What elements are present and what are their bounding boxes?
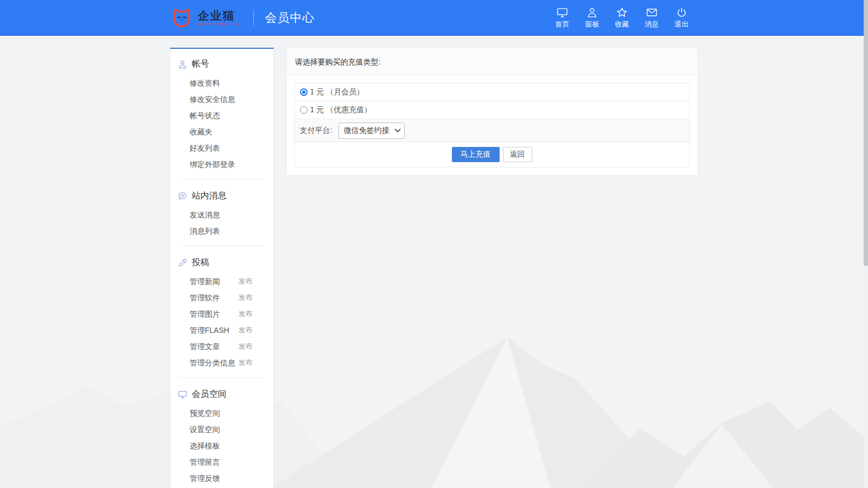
sidebar: 帐号 修改资料 修改安全信息 帐号状态 收藏夹 好友列表 绑定外部登录 站内消息…	[170, 48, 274, 488]
radio-unselected-icon[interactable]	[300, 106, 308, 114]
sidebar-divider	[179, 377, 265, 378]
section-title: 会员空间	[192, 389, 227, 400]
payment-platform-row: 支付平台: 微信免签约接口	[295, 119, 690, 142]
nav-label: 消息	[645, 20, 659, 29]
sidebar-section-site-messages: 站内消息	[170, 185, 273, 207]
sidebar-item-bind-external-login[interactable]: 绑定外部登录	[170, 156, 273, 172]
sidebar-item-choose-template[interactable]: 选择模板	[170, 438, 273, 454]
recharge-now-button[interactable]: 马上充值	[452, 147, 500, 162]
nav-label: 面板	[585, 20, 599, 29]
sidebar-item-edit-security[interactable]: 修改安全信息	[170, 91, 273, 107]
recharge-option-discount[interactable]: 1 元 （优惠充值）	[295, 101, 690, 119]
nav-label: 退出	[675, 20, 689, 29]
section-title: 帐号	[192, 59, 209, 70]
sidebar-divider	[179, 179, 265, 179]
radio-selected-icon[interactable]	[300, 88, 308, 96]
sidebar-item-favorites-folder[interactable]: 收藏夹	[170, 124, 273, 140]
payment-platform-select[interactable]: 微信免签约接口	[339, 123, 405, 139]
nav-item-panel[interactable]: 面板	[584, 7, 601, 29]
scrollbar-thumb[interactable]	[864, 0, 868, 266]
sidebar-item-preview-space[interactable]: 预览空间	[170, 405, 273, 421]
nav-item-favorites[interactable]: 收藏	[614, 7, 630, 29]
payment-platform-label: 支付平台:	[300, 126, 333, 136]
brand-logo[interactable]: 企业猫 WWW.QYMAO.CN	[170, 7, 241, 29]
brand-site-url: WWW.QYMAO.CN	[198, 22, 241, 26]
sidebar-item-manage-software[interactable]: 管理软件发布	[170, 290, 273, 306]
publish-link[interactable]: 发布	[239, 306, 253, 322]
option-label: 1 元 （月会员）	[310, 87, 365, 97]
sidebar-item-send-message[interactable]: 发送消息	[170, 207, 273, 223]
sidebar-item-friend-list[interactable]: 好友列表	[170, 140, 273, 156]
form-actions-row: 马上充值 返回	[295, 142, 690, 167]
section-title: 投稿	[192, 257, 209, 268]
nav-label: 收藏	[615, 20, 629, 29]
user-icon	[178, 60, 187, 69]
back-button[interactable]: 返回	[503, 147, 532, 162]
header-nav: 首页 面板 收藏 消息	[554, 7, 699, 29]
sidebar-item-manage-news[interactable]: 管理新闻发布	[170, 273, 273, 290]
sidebar-item-setup-space[interactable]: 设置空间	[170, 421, 273, 438]
chevron-down-icon	[394, 129, 401, 133]
recharge-panel: 请选择要购买的充值类型: 1 元 （月会员） 1 元 （优惠充值） 支付平台: …	[286, 48, 698, 176]
top-header: 企业猫 WWW.QYMAO.CN 会员中心 首页 面板	[0, 0, 868, 36]
pen-icon	[178, 258, 187, 267]
nav-label: 首页	[556, 20, 570, 29]
page-title: 会员中心	[265, 10, 315, 26]
nav-item-home[interactable]: 首页	[554, 7, 571, 29]
option-label: 1 元 （优惠充值）	[310, 105, 372, 115]
sidebar-item-manage-classified-info[interactable]: 管理分类信息发布	[170, 355, 273, 371]
nav-item-messages[interactable]: 消息	[644, 7, 660, 29]
section-title: 站内消息	[192, 190, 227, 202]
sidebar-item-manage-flash[interactable]: 管理FLASH发布	[170, 322, 273, 338]
panel-title: 请选择要购买的充值类型:	[286, 48, 698, 75]
recharge-option-monthly[interactable]: 1 元 （月会员）	[295, 84, 690, 101]
sidebar-item-edit-profile[interactable]: 修改资料	[170, 75, 273, 91]
recharge-form: 1 元 （月会员） 1 元 （优惠充值） 支付平台: 微信免签约接口	[294, 83, 690, 168]
sidebar-item-manage-feedback[interactable]: 管理反馈	[170, 470, 273, 486]
publish-link[interactable]: 发布	[239, 322, 253, 338]
nav-item-logout[interactable]: 退出	[674, 7, 690, 29]
sidebar-item-message-list[interactable]: 消息列表	[170, 223, 273, 239]
scrollbar-track[interactable]	[864, 0, 868, 488]
header-divider	[253, 10, 254, 25]
sidebar-item-manage-images[interactable]: 管理图片发布	[170, 306, 273, 322]
brand-name: 企业猫	[198, 10, 241, 22]
select-value: 微信免签约接口	[343, 126, 390, 136]
publish-link[interactable]: 发布	[239, 355, 253, 371]
publish-link[interactable]: 发布	[239, 273, 253, 290]
star-icon	[616, 7, 628, 18]
sidebar-item-manage-articles[interactable]: 管理文章发布	[170, 338, 273, 355]
monitor-icon	[178, 390, 187, 399]
sidebar-item-account-status[interactable]: 帐号状态	[170, 107, 273, 124]
sidebar-section-account: 帐号	[170, 53, 273, 75]
publish-link[interactable]: 发布	[239, 290, 253, 306]
sidebar-item-manage-comments[interactable]: 管理留言	[170, 454, 273, 470]
publish-link[interactable]: 发布	[239, 338, 253, 355]
monitor-icon	[557, 7, 568, 18]
sidebar-section-submissions: 投稿	[170, 252, 273, 273]
sidebar-section-member-space: 会员空间	[170, 383, 273, 405]
user-icon	[586, 7, 598, 18]
power-icon	[676, 7, 687, 18]
comment-icon	[178, 191, 187, 201]
cat-logo-icon	[170, 7, 194, 29]
sidebar-divider	[179, 246, 265, 246]
mail-icon	[646, 7, 658, 18]
